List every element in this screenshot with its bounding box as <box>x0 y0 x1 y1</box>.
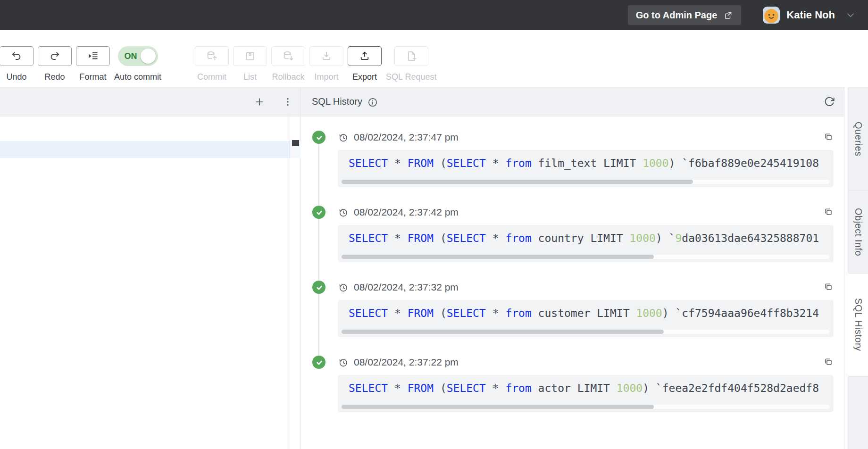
toggle-state-label: ON <box>125 51 137 61</box>
sql-query-box[interactable]: SELECT * FROM (SELECT * from customer LI… <box>338 300 834 337</box>
success-check-icon <box>312 131 326 144</box>
sql-scrollbar-track[interactable] <box>342 180 830 184</box>
format-indent-icon <box>87 50 99 62</box>
entry-header: 08/02/2024, 2:37:32 pm <box>338 281 834 294</box>
copy-query-button[interactable] <box>823 357 834 368</box>
right-tab-strip: QueriesObject InfoSQL History <box>848 87 868 449</box>
toolbar-button-sql-request[interactable]: SQL Request <box>386 46 436 82</box>
sql-query-box[interactable]: SELECT * FROM (SELECT * from country LIM… <box>338 225 834 262</box>
history-entry: 08/02/2024, 2:37:32 pm SELECT * FROM (SE… <box>338 281 834 337</box>
plus-icon <box>254 96 265 108</box>
commit-button[interactable] <box>195 46 229 66</box>
tab-queries[interactable]: Queries <box>848 87 868 191</box>
copy-icon <box>823 132 834 142</box>
success-check-icon <box>312 356 326 369</box>
go-to-admin-page-button[interactable]: Go to Admin Page <box>628 5 742 25</box>
entry-timestamp: 08/02/2024, 2:37:22 pm <box>354 357 459 368</box>
undo-icon <box>10 50 23 62</box>
sql-request-button[interactable] <box>394 46 428 66</box>
sql-scrollbar-thumb[interactable] <box>342 405 654 409</box>
copy-query-button[interactable] <box>823 282 834 293</box>
copy-icon <box>823 282 834 292</box>
toolbar-button-label: Auto commit <box>114 72 161 82</box>
clock-history-icon <box>338 282 349 293</box>
clock-history-icon <box>338 207 349 218</box>
admin-button-label: Go to Admin Page <box>636 10 718 21</box>
toolbar-button-export[interactable]: Export <box>348 46 382 82</box>
undo-button[interactable] <box>0 46 33 66</box>
timeline-connector <box>318 137 319 362</box>
list-button[interactable] <box>233 46 267 66</box>
toolbar-button-commit[interactable]: Commit <box>195 46 229 82</box>
editor-scrollbar-thumb[interactable] <box>292 140 299 146</box>
panel-menu-button[interactable] <box>281 95 294 108</box>
copy-query-button[interactable] <box>823 207 834 218</box>
toolbar-button-rollback[interactable]: Rollback <box>271 46 305 82</box>
auto-commit-toggle[interactable]: ON <box>118 46 158 66</box>
sql-query-box[interactable]: SELECT * FROM (SELECT * from actor LIMIT… <box>338 375 834 412</box>
toolbar-button-label: SQL Request <box>386 72 436 82</box>
toolbar-button-import[interactable]: Import <box>309 46 343 82</box>
toolbar-button-format[interactable]: Format <box>76 46 110 82</box>
main-area: SQL History 08/02/2024, 2:37:47 pm SELEC… <box>0 87 868 449</box>
rollback-button[interactable] <box>271 46 305 66</box>
toolbar-button-undo[interactable]: Undo <box>0 46 33 82</box>
history-entry: 08/02/2024, 2:37:42 pm SELECT * FROM (SE… <box>338 206 834 262</box>
copy-query-button[interactable] <box>823 132 834 143</box>
avatar <box>763 7 780 24</box>
toolbar-button-label: Redo <box>44 72 65 82</box>
sql-history-panel: SQL History 08/02/2024, 2:37:47 pm SELEC… <box>300 87 844 449</box>
chevron-down-icon <box>845 10 856 20</box>
export-tray-icon <box>359 50 371 62</box>
refresh-button[interactable] <box>823 96 835 108</box>
topbar: Go to Admin Page Katie Noh <box>0 0 868 30</box>
kebab-menu-icon <box>282 96 293 108</box>
panel-gutter <box>844 87 848 449</box>
sql-scrollbar-track[interactable] <box>342 330 830 334</box>
history-entry: 08/02/2024, 2:37:22 pm SELECT * FROM (SE… <box>338 356 834 412</box>
copy-icon <box>823 207 834 217</box>
redo-icon <box>49 50 61 62</box>
toolbar-button-redo[interactable]: Redo <box>38 46 72 82</box>
toolbar-button-label: Import <box>315 72 339 82</box>
toolbar-button-auto-commit[interactable]: ON Auto commit <box>114 46 161 82</box>
editor-panel-header <box>0 87 300 116</box>
toolbar-button-label: Undo <box>6 72 26 82</box>
database-down-icon <box>282 50 294 62</box>
selected-row-highlight[interactable] <box>0 141 290 158</box>
sql-scrollbar-thumb[interactable] <box>342 180 693 184</box>
toolbar-button-label: List <box>243 72 257 82</box>
success-check-icon <box>312 206 326 219</box>
editor-panel-body[interactable] <box>0 116 300 449</box>
sql-scrollbar-thumb[interactable] <box>342 255 654 259</box>
clock-history-icon <box>338 132 349 143</box>
refresh-icon <box>823 96 835 108</box>
tab-object-info[interactable]: Object Info <box>848 191 868 274</box>
toggle-knob <box>141 49 156 64</box>
import-tray-icon <box>320 50 333 62</box>
entry-timestamp: 08/02/2024, 2:37:32 pm <box>354 282 459 293</box>
sql-query-text: SELECT * FROM (SELECT * from customer LI… <box>349 307 819 319</box>
sql-query-text: SELECT * FROM (SELECT * from actor LIMIT… <box>349 382 819 394</box>
sql-scrollbar-track[interactable] <box>342 255 830 259</box>
sql-query-box[interactable]: SELECT * FROM (SELECT * from film_text L… <box>338 150 834 187</box>
import-button[interactable] <box>309 46 343 66</box>
tab-sql-history[interactable]: SQL History <box>848 274 868 376</box>
tab-label: Object Info <box>853 208 864 256</box>
redo-button[interactable] <box>38 46 72 66</box>
database-up-icon <box>206 50 218 62</box>
user-menu[interactable]: Katie Noh <box>763 7 856 24</box>
panel-title: SQL History <box>312 96 362 107</box>
toolbar-button-list[interactable]: List <box>233 46 267 82</box>
document-plus-icon <box>405 50 417 62</box>
sql-scrollbar-thumb[interactable] <box>342 330 664 334</box>
export-button[interactable] <box>348 46 382 66</box>
sql-scrollbar-track[interactable] <box>342 405 830 409</box>
sql-query-text: SELECT * FROM (SELECT * from film_text L… <box>349 157 819 169</box>
new-tab-button[interactable] <box>253 95 266 108</box>
format-button[interactable] <box>76 46 110 66</box>
copy-icon <box>823 357 834 367</box>
archive-box-icon <box>244 50 256 62</box>
entry-timestamp: 08/02/2024, 2:37:42 pm <box>354 207 459 218</box>
info-icon[interactable] <box>367 97 378 108</box>
